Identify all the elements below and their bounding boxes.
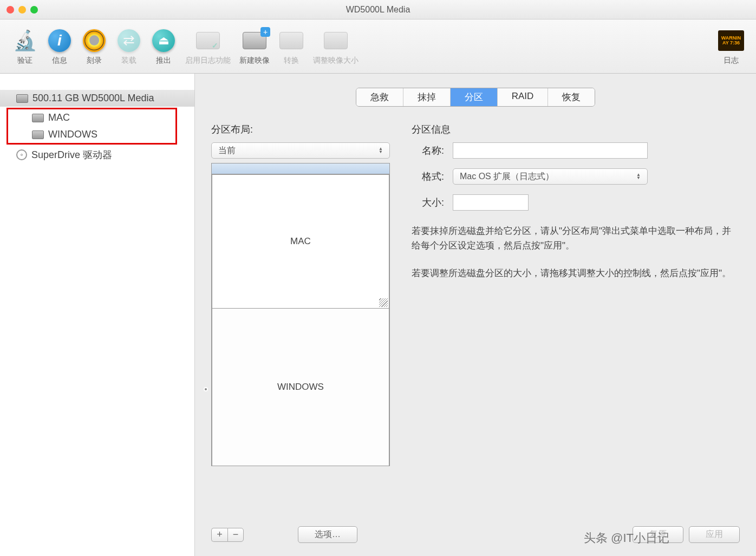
resize-image-button: 调整映像大小	[312, 25, 360, 68]
highlight-box: MAC WINDOWS	[6, 108, 177, 145]
enable-log-button: 启用日志功能	[184, 25, 232, 68]
maximize-button[interactable]	[30, 6, 38, 14]
name-label: 名称:	[412, 144, 444, 157]
minimize-button[interactable]	[18, 6, 26, 14]
remove-partition-button[interactable]: −	[227, 528, 244, 542]
layout-dropdown[interactable]: 当前 ▲▼	[211, 142, 390, 159]
burn-button[interactable]: 刻录	[80, 25, 108, 68]
eject-icon: ⏏	[151, 28, 177, 54]
drive-plus-icon: +	[242, 28, 268, 54]
close-button[interactable]	[6, 6, 14, 14]
new-image-button[interactable]: + 新建映像	[238, 25, 271, 68]
info-button[interactable]: i 信息	[45, 25, 74, 68]
tab-first-aid[interactable]: 急救	[356, 88, 403, 106]
titlebar: WD5000L Media	[0, 0, 756, 19]
info-icon: i	[47, 28, 73, 54]
add-partition-button[interactable]: +	[211, 528, 227, 542]
convert-button: 转换	[277, 25, 305, 68]
microscope-icon: 🔬	[12, 28, 38, 54]
sidebar-volume-mac[interactable]: MAC	[8, 109, 175, 126]
mount-icon: ⇄	[116, 28, 142, 54]
tab-partition[interactable]: 分区	[451, 88, 498, 106]
partition-windows[interactable]: WINDOWS	[212, 308, 389, 466]
tabs: 急救 抹掉 分区 RAID 恢复	[211, 88, 740, 107]
size-label: 大小:	[412, 196, 444, 209]
apply-button: 应用	[689, 526, 740, 543]
convert-icon	[278, 28, 304, 54]
tab-erase[interactable]: 抹掉	[403, 88, 451, 106]
sidebar-superdrive[interactable]: SuperDrive 驱动器	[0, 146, 194, 164]
help-text-2: 若要调整所选磁盘分区的大小，请拖移其调整大小的控制线，然后点按"应用"。	[412, 266, 740, 280]
log-button[interactable]: WARNINAY 7:36 日志	[717, 25, 745, 68]
tab-raid[interactable]: RAID	[498, 88, 549, 106]
mount-button: ⇄ 装载	[115, 25, 143, 68]
layout-label: 分区布局:	[211, 123, 390, 136]
size-input[interactable]	[453, 194, 529, 211]
warning-icon: WARNINAY 7:36	[718, 28, 744, 54]
format-label: 格式:	[412, 170, 444, 183]
drag-handle[interactable]	[204, 387, 208, 391]
content-panel: 急救 抹掉 分区 RAID 恢复 分区布局: 当前 ▲▼ MAC	[195, 74, 756, 556]
burn-icon	[81, 28, 107, 54]
toolbar: 🔬 验证 i 信息 刻录 ⇄ 装载 ⏏ 推出 启用日志功能 + 新建映像 转换 …	[0, 19, 756, 74]
name-input[interactable]	[453, 142, 648, 159]
drive-check-icon	[195, 28, 221, 54]
info-label: 分区信息	[412, 123, 740, 136]
partition-layout: MAC WINDOWS	[211, 163, 390, 466]
tab-restore[interactable]: 恢复	[548, 88, 595, 106]
drive-icon	[16, 94, 28, 103]
drive-icon	[32, 114, 44, 122]
layout-header	[212, 163, 389, 174]
watermark: 头条 @IT小日记	[584, 530, 669, 546]
help-text-1: 若要抹掉所选磁盘并给它分区，请从"分区布局"弹出式菜单中选取一种布局，并给每个分…	[412, 224, 740, 253]
drive-icon	[32, 130, 44, 139]
window-title: WD5000L Media	[346, 5, 410, 15]
partition-mac[interactable]: MAC	[212, 174, 389, 309]
chevron-updown-icon: ▲▼	[379, 147, 383, 153]
format-select[interactable]: Mac OS 扩展（日志式） ▲▼	[453, 168, 648, 185]
verify-button[interactable]: 🔬 验证	[11, 25, 39, 68]
sidebar-volume-windows[interactable]: WINDOWS	[8, 126, 175, 143]
cd-icon	[16, 149, 27, 160]
sidebar-disk[interactable]: 500.11 GB WD5000L Media	[0, 90, 194, 107]
resize-handle[interactable]	[379, 298, 388, 307]
options-button[interactable]: 选项…	[298, 526, 357, 543]
resize-icon	[323, 28, 349, 54]
sidebar: 500.11 GB WD5000L Media MAC WINDOWS Supe…	[0, 74, 195, 556]
eject-button[interactable]: ⏏ 推出	[149, 25, 178, 68]
chevron-updown-icon: ▲▼	[636, 173, 641, 179]
